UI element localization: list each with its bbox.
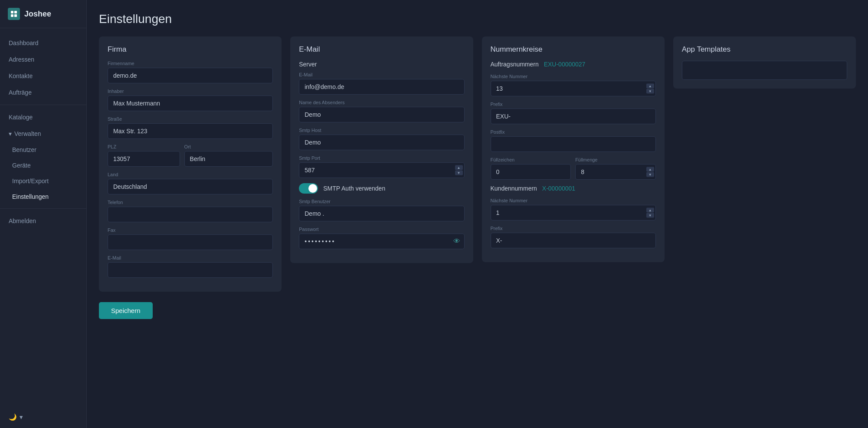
sidebar-item-import-export[interactable]: Import/Export (0, 174, 86, 188)
kundennummern-row: Kundennummern X-00000001 (491, 185, 656, 192)
land-input[interactable] (108, 179, 273, 194)
smtp-port-spinner-btns: ▲ ▼ (455, 165, 463, 175)
cards-grid: Firma Firmenname Inhaber Straße PLZ Or (99, 36, 856, 292)
passwort-input[interactable] (299, 234, 464, 249)
sidebar-item-benutzer[interactable]: Benutzer (0, 142, 86, 157)
firmenname-label: Firmenname (108, 61, 273, 66)
auftrag-naechste-input[interactable] (491, 81, 656, 96)
kunde-naechste-down-btn[interactable]: ▼ (646, 213, 654, 218)
auftrag-naechste-label: Nächste Nummer (491, 74, 656, 79)
sidebar-logo: Joshee (0, 0, 86, 28)
strasse-label: Straße (108, 116, 273, 122)
smtp-user-label: Smtp Benutzer (299, 199, 464, 204)
smtp-auth-row: SMTP Auth verwenden (299, 183, 464, 194)
fuellmenge-label: Füllmenge (575, 157, 656, 162)
svg-rect-0 (11, 11, 13, 13)
fuellzeichen-group: Füllzeichen (491, 157, 571, 180)
email-card: E-Mail Server E-Mail Name des Absenders … (290, 36, 473, 263)
sidebar-item-adressen[interactable]: Adressen (0, 52, 86, 67)
smtp-user-group: Smtp Benutzer (299, 199, 464, 221)
auftrag-prefix-label: Prefix (491, 102, 656, 107)
telefon-group: Telefon (108, 200, 273, 222)
app-templates-card-title: App Templates (682, 45, 847, 54)
sidebar-item-dashboard[interactable]: Dashboard (0, 35, 86, 51)
plz-group: PLZ (108, 144, 180, 167)
firmenname-group: Firmenname (108, 61, 273, 83)
auftrag-naechste-spinner-btns: ▲ ▼ (646, 84, 654, 94)
kundennummern-label: Kundennummern (491, 185, 537, 192)
strasse-input[interactable] (108, 123, 273, 139)
app-logo-icon (8, 8, 20, 20)
smtp-user-input[interactable] (299, 206, 464, 221)
sidebar-item-geraete[interactable]: Geräte (0, 158, 86, 173)
fuell-row: Füllzeichen Füllmenge ▲ ▼ (491, 157, 656, 180)
smtp-port-spinner: ▲ ▼ (299, 162, 464, 178)
fuellmenge-spinner: ▲ ▼ (575, 164, 656, 180)
nummernkreise-card-title: Nummernkreise (491, 45, 656, 54)
smtp-host-label: Smtp Host (299, 128, 464, 133)
fax-input[interactable] (108, 234, 273, 250)
sidebar-item-kontakte[interactable]: Kontakte (0, 68, 86, 84)
password-eye-icon[interactable]: 👁 (453, 237, 460, 245)
auftrag-prefix-input[interactable] (491, 109, 656, 124)
fax-label: Fax (108, 227, 273, 233)
nummernkreise-card: Nummernkreise Auftragsnummern EXU-000000… (482, 36, 665, 262)
email-firma-group: E-Mail (108, 255, 273, 278)
save-button[interactable]: Speichern (99, 302, 153, 319)
main-content: Einstellungen Firma Firmenname Inhaber S… (87, 0, 868, 428)
auftrag-postfix-label: Postfix (491, 129, 656, 135)
auftrag-prefix-group: Prefix (491, 102, 656, 124)
fuellmenge-group: Füllmenge ▲ ▼ (575, 157, 656, 180)
ort-label: Ort (184, 144, 273, 149)
fuellzeichen-label: Füllzeichen (491, 157, 571, 162)
fuellmenge-up-btn[interactable]: ▲ (646, 167, 654, 172)
sidebar-item-einstellungen[interactable]: Einstellungen (0, 189, 86, 204)
auftrag-postfix-group: Postfix (491, 129, 656, 152)
smtp-port-up-btn[interactable]: ▲ (455, 165, 463, 170)
svg-rect-1 (14, 11, 17, 13)
absender-input[interactable] (299, 107, 464, 122)
passwort-wrap: 👁 (299, 234, 464, 249)
email-addr-input[interactable] (299, 79, 464, 95)
kunde-prefix-input[interactable] (491, 233, 656, 248)
ort-group: Ort (184, 144, 273, 167)
svg-rect-3 (14, 14, 17, 17)
fuellmenge-spinner-btns: ▲ ▼ (646, 167, 654, 177)
page-title: Einstellungen (99, 12, 856, 26)
sidebar-item-auftraege[interactable]: Aufträge (0, 85, 86, 100)
auftrag-naechste-up-btn[interactable]: ▲ (646, 84, 654, 89)
kunde-naechste-up-btn[interactable]: ▲ (646, 208, 654, 213)
smtp-host-input[interactable] (299, 135, 464, 150)
auftrag-naechste-down-btn[interactable]: ▼ (646, 89, 654, 94)
plz-ort-row: PLZ Ort (108, 144, 273, 167)
sidebar-group-verwalten[interactable]: ▾ Verwalten (0, 126, 86, 142)
sidebar-divider-2 (0, 208, 86, 209)
sidebar-footer-theme[interactable]: 🌙 ▾ (0, 406, 86, 428)
save-area: Speichern (99, 302, 856, 319)
sidebar-item-abmelden[interactable]: Abmelden (0, 213, 86, 229)
smtp-auth-toggle[interactable] (299, 183, 318, 194)
auftragsnummern-row: Auftragsnummern EXU-00000027 (491, 61, 656, 68)
app-templates-empty-area (682, 61, 847, 80)
firmenname-input[interactable] (108, 68, 273, 83)
telefon-input[interactable] (108, 207, 273, 222)
ort-input[interactable] (184, 151, 273, 167)
fuellzeichen-input[interactable] (491, 164, 571, 180)
land-label: Land (108, 172, 273, 177)
inhaber-input[interactable] (108, 95, 273, 111)
kunde-naechste-group: Nächste Nummer ▲ ▼ (491, 198, 656, 221)
smtp-port-down-btn[interactable]: ▼ (455, 171, 463, 175)
plz-input[interactable] (108, 151, 180, 167)
land-group: Land (108, 172, 273, 194)
smtp-port-input[interactable] (299, 162, 464, 178)
sidebar-item-kataloge[interactable]: Kataloge (0, 109, 86, 125)
fuellmenge-down-btn[interactable]: ▼ (646, 172, 654, 177)
email-firma-input[interactable] (108, 262, 273, 278)
fuellmenge-input[interactable] (575, 164, 656, 180)
auftrag-postfix-input[interactable] (491, 136, 656, 152)
passwort-label: Passwort (299, 227, 464, 232)
auftragsnummern-label: Auftragsnummern (491, 61, 539, 68)
kunde-naechste-input[interactable] (491, 205, 656, 221)
plz-label: PLZ (108, 144, 180, 149)
email-addr-label: E-Mail (299, 72, 464, 77)
